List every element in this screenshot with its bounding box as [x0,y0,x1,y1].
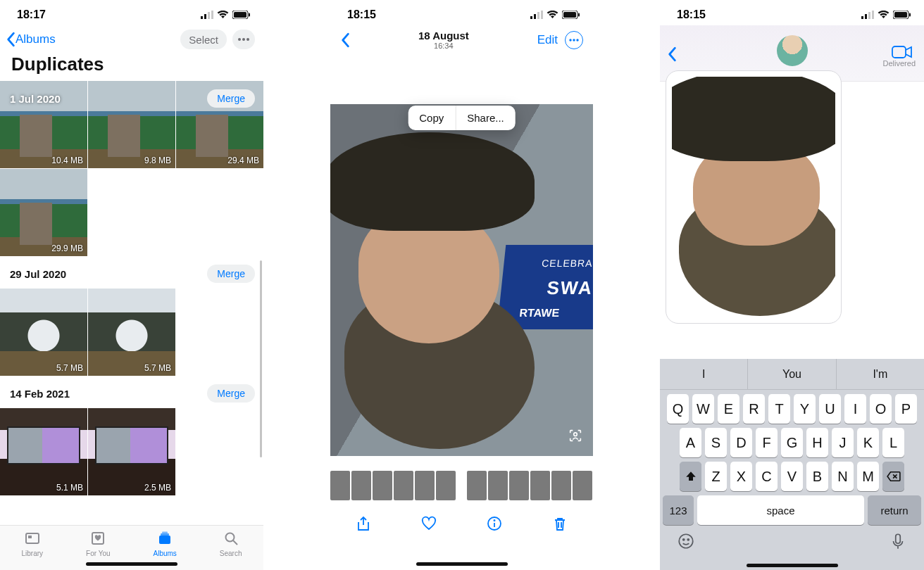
contact-avatar[interactable] [777,35,808,66]
key-d[interactable]: D [730,428,752,457]
key-n[interactable]: N [832,462,854,491]
key-p[interactable]: P [895,394,917,424]
key-r[interactable]: R [743,394,765,424]
back-button[interactable] [340,32,350,48]
suggestion[interactable]: I'm [837,359,924,389]
key-z[interactable]: Z [705,462,727,491]
svg-point-44 [687,539,689,540]
merge-button[interactable]: Merge [207,265,255,283]
suggestion[interactable]: I [660,359,748,389]
svg-rect-23 [563,12,576,18]
tab-for-you[interactable]: For You [86,530,110,557]
key-l[interactable]: L [882,428,904,457]
shift-icon [685,470,697,483]
key-q[interactable]: Q [667,394,689,424]
svg-rect-18 [530,16,532,19]
tab-search[interactable]: Search [220,530,242,557]
message-area[interactable] [666,70,918,352]
chevron-left-icon [667,46,677,62]
numbers-key[interactable]: 123 [663,495,694,525]
cellular-icon [861,11,874,19]
suggestion[interactable]: You [748,359,836,389]
photo-thumbnail[interactable]: 5.7 MB [88,289,175,376]
favorite-button[interactable] [413,511,444,539]
tab-label: For You [86,550,110,557]
key-b[interactable]: B [806,462,828,491]
merge-button[interactable]: Merge [207,384,255,403]
phone-photos-duplicates: 18:17 Albums Select Duplicates 1 Jul 202… [0,0,263,570]
shift-key[interactable] [680,462,701,491]
sticker-attachment[interactable] [666,70,842,324]
info-button[interactable] [479,511,510,539]
key-m[interactable]: M [857,462,879,491]
key-h[interactable]: H [806,428,828,457]
edit-button[interactable]: Edit [537,33,558,47]
file-size: 10.4 MB [51,156,83,165]
key-i[interactable]: I [844,394,866,424]
key-t[interactable]: T [768,394,790,424]
key-j[interactable]: J [832,428,854,457]
key-e[interactable]: E [718,394,739,424]
svg-rect-37 [894,12,907,18]
phone-photo-detail: 18:15 18 August 16:34 Edit Copy Share...… [263,0,660,570]
more-button[interactable] [232,30,255,49]
space-key[interactable]: space [697,495,864,525]
key-y[interactable]: Y [794,394,816,424]
key-w[interactable]: W [692,394,714,424]
delete-button[interactable] [544,511,575,539]
back-button[interactable]: Albums [6,32,56,47]
scroll-indicator[interactable] [260,260,262,457]
key-u[interactable]: U [819,394,841,424]
svg-rect-5 [234,12,246,18]
file-size: 9.8 MB [144,156,171,165]
photo-canvas[interactable]: CELEBRA SWA RTAWE [330,104,593,456]
key-k[interactable]: K [857,428,879,457]
photo-thumbnail[interactable]: 5.7 MB [0,289,87,376]
home-indicator[interactable] [416,562,508,566]
return-key[interactable]: return [868,495,921,525]
key-o[interactable]: O [870,394,892,424]
info-icon [486,515,503,532]
delivered-label: Delivered [883,59,916,68]
tab-albums[interactable]: Albums [153,530,176,557]
backspace-key[interactable] [882,462,904,491]
tab-library[interactable]: Library [21,530,43,557]
merge-button[interactable]: Merge [207,89,255,108]
key-x[interactable]: X [730,462,752,491]
key-row-2: ASDFGHJKL [660,424,924,457]
key-f[interactable]: F [756,428,778,457]
home-indicator[interactable] [86,562,177,566]
share-option[interactable]: Share... [456,106,516,130]
select-button[interactable]: Select [180,30,227,49]
tab-icon [222,530,240,548]
status-bar: 18:17 [0,0,263,25]
chevron-left-icon [340,32,350,48]
svg-point-8 [242,38,245,41]
key-v[interactable]: V [781,462,803,491]
visual-lookup-icon[interactable] [568,428,583,446]
key-g[interactable]: G [781,428,803,457]
key-a[interactable]: A [680,428,701,457]
emoji-icon [677,532,695,550]
file-size: 29.4 MB [227,156,259,165]
copy-option[interactable]: Copy [408,106,455,130]
svg-point-16 [225,533,234,542]
photo-thumbnail[interactable]: 2.5 MB [88,408,175,495]
home-indicator[interactable] [747,564,838,567]
tab-label: Library [21,550,43,557]
photo-filmstrip[interactable] [330,470,593,501]
photo-thumbnail[interactable]: 5.1 MB [0,408,87,495]
file-size: 2.5 MB [144,483,171,493]
dictation-button[interactable] [889,532,907,553]
svg-line-17 [233,540,237,545]
key-c[interactable]: C [756,462,778,491]
share-button[interactable] [348,511,379,539]
video-icon [892,45,913,59]
keyboard: IYouI'm QWERTYUIOP ASDFGHJKL ZXCVBNM 123… [660,359,924,570]
photo-thumbnail[interactable]: 29.9 MB [0,169,87,256]
back-button[interactable] [667,46,677,65]
emoji-button[interactable] [677,532,695,553]
key-s[interactable]: S [705,428,727,457]
more-button[interactable] [565,31,583,49]
photo-time: 16:34 [418,42,469,51]
